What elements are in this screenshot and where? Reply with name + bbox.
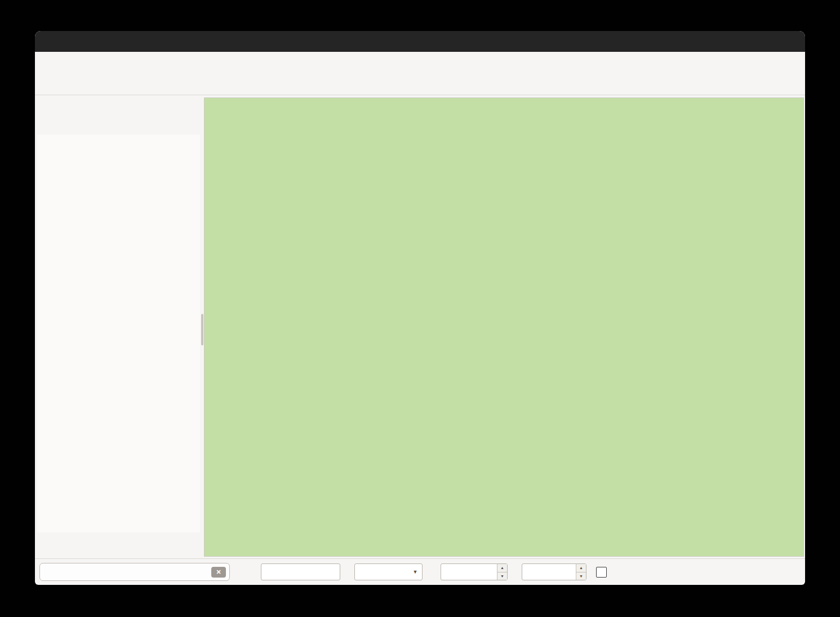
status-bar: ✕ ▼ ▲▼ ▲▼ xyxy=(35,558,805,585)
browser-panel xyxy=(35,95,200,558)
scale-combo[interactable]: ▼ xyxy=(354,563,423,580)
panel-splitter[interactable] xyxy=(200,95,204,558)
map-canvas-container[interactable] xyxy=(204,97,804,557)
coordinate-input[interactable] xyxy=(261,563,340,580)
title-bar[interactable] xyxy=(35,31,805,52)
clear-search-icon[interactable]: ✕ xyxy=(211,567,226,578)
panel-tabs xyxy=(37,532,200,558)
window-close-icon[interactable] xyxy=(786,36,798,47)
scrollbar-hint[interactable] xyxy=(201,314,203,345)
menu-bar xyxy=(35,52,805,70)
rotation-input[interactable]: ▲▼ xyxy=(522,563,586,580)
spinner-icons[interactable]: ▲▼ xyxy=(576,564,586,580)
qgis-window: ✕ ▼ ▲▼ ▲▼ xyxy=(35,31,805,585)
magnifier-input[interactable]: ▲▼ xyxy=(441,563,508,580)
browser-tree xyxy=(37,135,200,532)
browser-panel-toolbar xyxy=(37,116,200,135)
main-area xyxy=(35,95,805,558)
browser-panel-header xyxy=(37,95,200,116)
panel-close-icon[interactable] xyxy=(183,99,195,112)
main-toolbar xyxy=(35,70,805,95)
spinner-icons[interactable]: ▲▼ xyxy=(497,564,507,580)
locator-search-input[interactable]: ✕ xyxy=(39,563,230,581)
render-checkbox[interactable] xyxy=(596,567,607,578)
panel-float-icon[interactable] xyxy=(168,99,181,112)
chevron-down-icon[interactable]: ▼ xyxy=(408,564,422,580)
